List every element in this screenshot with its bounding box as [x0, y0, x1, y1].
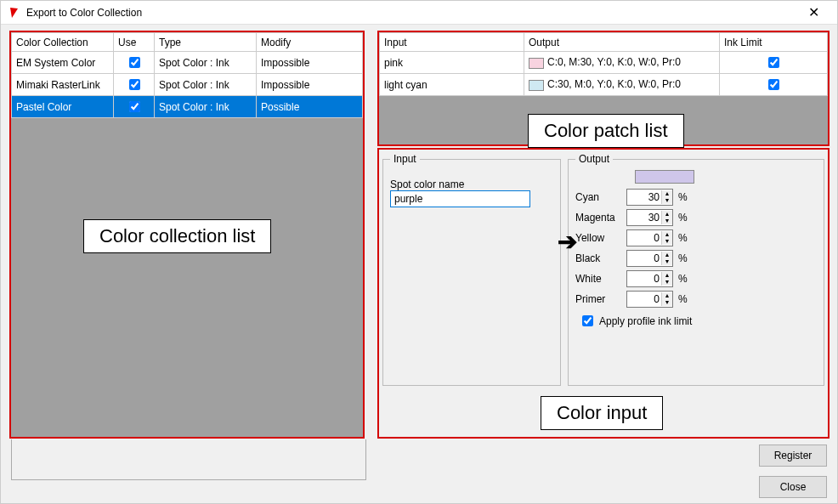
arrow-right-icon: ➔ [558, 228, 577, 256]
spin-down-icon[interactable]: ▼ [662, 238, 672, 245]
cell-name: Pastel Color [12, 96, 114, 118]
table-row[interactable]: pinkC:0, M:30, Y:0, K:0, W:0, Pr:0 [380, 52, 828, 74]
col-header-type[interactable]: Type [155, 33, 257, 52]
inklimit-checkbox[interactable] [768, 57, 779, 68]
channel-value-input[interactable] [627, 190, 661, 205]
pct-label: % [678, 252, 688, 264]
pct-label: % [678, 191, 688, 203]
channel-spinner[interactable]: ▲▼ [626, 270, 673, 287]
color-patch-table[interactable]: Input Output Ink Limit pinkC:0, M:30, Y:… [379, 32, 828, 96]
output-fieldset-legend: Output [575, 153, 613, 165]
spin-up-icon[interactable]: ▲ [662, 231, 672, 238]
color-collection-table[interactable]: Color Collection Use Type Modify EM Syst… [11, 32, 363, 118]
spin-up-icon[interactable]: ▲ [662, 211, 672, 218]
spin-down-icon[interactable]: ▼ [662, 197, 672, 204]
cell-modify: Impossible [257, 52, 363, 74]
spin-down-icon[interactable]: ▼ [662, 299, 672, 306]
titlebar: Export to Color Collection ✕ [1, 1, 837, 25]
use-checkbox[interactable] [129, 79, 140, 90]
cell-output: C:0, M:30, Y:0, K:0, W:0, Pr:0 [524, 52, 720, 74]
cell-type: Spot Color : Ink [155, 96, 257, 118]
channel-value-input[interactable] [627, 292, 661, 307]
spot-color-input[interactable] [390, 190, 530, 207]
spin-down-icon[interactable]: ▼ [662, 258, 672, 265]
annotation-collection-list: Color collection list [83, 219, 271, 253]
col-header-use[interactable]: Use [114, 33, 155, 52]
channel-spinner[interactable]: ▲▼ [626, 250, 673, 267]
close-button[interactable]: Close [759, 476, 827, 498]
table-row[interactable]: Pastel ColorSpot Color : InkPossible [12, 96, 363, 118]
table-row[interactable]: Mimaki RasterLinkSpot Color : InkImpossi… [12, 74, 363, 96]
patch-header-input[interactable]: Input [380, 33, 524, 52]
channel-label: Primer [575, 293, 626, 305]
cell-type: Spot Color : Ink [155, 52, 257, 74]
color-input-panel: Input Spot color name ➔ Output Cyan▲▼%Ma… [377, 148, 830, 439]
channel-value-input[interactable] [627, 251, 661, 266]
annotation-color-input: Color input [541, 396, 663, 430]
spot-color-label: Spot color name [390, 178, 553, 190]
cell-input: light cyan [380, 74, 524, 96]
annotation-patch-list: Color patch list [528, 114, 684, 148]
cell-modify: Impossible [257, 74, 363, 96]
table-row[interactable]: EM System ColorSpot Color : InkImpossibl… [12, 52, 363, 74]
channel-row: Cyan▲▼% [575, 189, 817, 206]
window-title: Export to Color Collection [26, 7, 796, 19]
channel-spinner[interactable]: ▲▼ [626, 209, 673, 226]
channel-label: Black [575, 252, 626, 264]
apply-ink-limit-label: Apply profile ink limit [599, 315, 692, 327]
use-checkbox[interactable] [129, 101, 140, 112]
cell-modify: Possible [257, 96, 363, 118]
channel-value-input[interactable] [627, 271, 661, 286]
cell-output: C:30, M:0, Y:0, K:0, W:0, Pr:0 [524, 74, 720, 96]
channel-spinner[interactable]: ▲▼ [626, 189, 673, 206]
inklimit-checkbox[interactable] [768, 79, 779, 90]
patch-header-inklimit[interactable]: Ink Limit [720, 33, 828, 52]
col-header-modify[interactable]: Modify [257, 33, 363, 52]
input-fieldset-legend: Input [390, 153, 420, 165]
cell-name: Mimaki RasterLink [12, 74, 114, 96]
channel-row: Magenta▲▼% [575, 209, 817, 226]
col-header-name[interactable]: Color Collection [12, 33, 114, 52]
channel-spinner[interactable]: ▲▼ [626, 291, 673, 308]
patch-header-output[interactable]: Output [524, 33, 720, 52]
pct-label: % [678, 212, 688, 224]
channel-row: Black▲▼% [575, 250, 817, 267]
spin-up-icon[interactable]: ▲ [662, 292, 672, 299]
color-collection-list-panel: Color Collection Use Type Modify EM Syst… [9, 31, 365, 439]
color-patch-list-panel: Input Output Ink Limit pinkC:0, M:30, Y:… [377, 31, 830, 146]
app-icon [8, 6, 21, 20]
channel-label: Magenta [575, 212, 626, 224]
use-checkbox[interactable] [129, 57, 140, 68]
table-row[interactable]: light cyanC:30, M:0, Y:0, K:0, W:0, Pr:0 [380, 74, 828, 96]
spin-down-icon[interactable]: ▼ [662, 218, 672, 224]
cell-type: Spot Color : Ink [155, 74, 257, 96]
spin-up-icon[interactable]: ▲ [662, 252, 672, 258]
channel-label: White [575, 273, 626, 285]
register-button[interactable]: Register [759, 445, 827, 467]
channel-row: Primer▲▼% [575, 291, 817, 308]
spin-up-icon[interactable]: ▲ [662, 272, 672, 279]
channel-row: White▲▼% [575, 270, 817, 287]
apply-ink-limit-checkbox[interactable] [582, 315, 593, 326]
channel-spinner[interactable]: ▲▼ [626, 229, 673, 246]
channel-value-input[interactable] [627, 210, 661, 225]
pct-label: % [678, 232, 688, 244]
cell-name: EM System Color [12, 52, 114, 74]
close-icon[interactable]: ✕ [796, 1, 830, 25]
spin-down-icon[interactable]: ▼ [662, 279, 672, 286]
pct-label: % [678, 273, 688, 285]
cell-input: pink [380, 52, 524, 74]
pct-label: % [678, 293, 688, 305]
channel-row: Yellow▲▼% [575, 229, 817, 246]
spin-up-icon[interactable]: ▲ [662, 190, 672, 197]
output-color-preview [635, 170, 694, 184]
channel-label: Yellow [575, 232, 626, 244]
channel-label: Cyan [575, 191, 626, 203]
channel-value-input[interactable] [627, 230, 661, 246]
